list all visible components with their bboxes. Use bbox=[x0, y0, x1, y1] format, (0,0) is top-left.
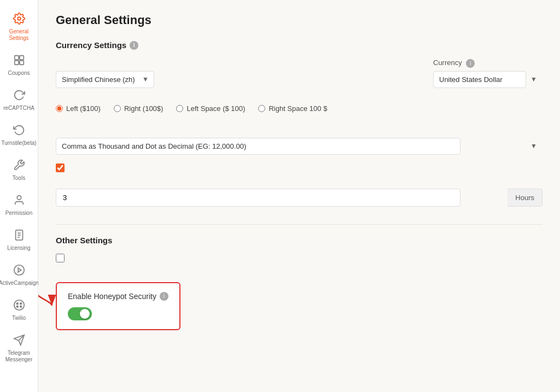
svg-marker-11 bbox=[18, 268, 21, 272]
currency-settings-title: Currency Settings i bbox=[56, 40, 542, 50]
separators-group: Comma as Thousand and Dot as Decimal (EG… bbox=[56, 134, 542, 155]
other-settings-section: Other Settings Enable Honeypot Security bbox=[56, 236, 542, 330]
svg-point-16 bbox=[20, 306, 21, 307]
currency-chevron-icon: ▼ bbox=[530, 75, 537, 83]
person-icon bbox=[11, 192, 27, 208]
separators-select[interactable]: Comma as Thousand and Dot as Decimal (EG… bbox=[56, 138, 460, 155]
wrench-icon bbox=[11, 157, 27, 173]
sign-position-right-space-text: Right Space 100 $ bbox=[269, 104, 327, 113]
sidebar-item-activecampaign-label: ActiveCampaign bbox=[0, 280, 39, 286]
sign-position-right-space-label[interactable]: Right Space 100 $ bbox=[258, 104, 327, 113]
svg-rect-2 bbox=[19, 56, 23, 60]
telegram-icon bbox=[11, 332, 27, 348]
sidebar-item-tools[interactable]: Tools bbox=[0, 152, 38, 187]
sign-position-left-label[interactable]: Left ($100) bbox=[56, 104, 101, 113]
honeypot-toggle-slider bbox=[68, 307, 92, 320]
currency-info-icon[interactable]: i bbox=[466, 59, 475, 68]
currency-settings-info-icon[interactable]: i bbox=[130, 41, 138, 50]
sidebar-item-licensing[interactable]: Licensing bbox=[0, 222, 38, 257]
sign-position-right-text: Right (100$) bbox=[124, 104, 164, 113]
honeypot-label-row: Enable Honeypot Security i bbox=[68, 292, 168, 301]
svg-point-13 bbox=[16, 303, 18, 305]
sidebar-item-general-settings-label: General Settings bbox=[3, 28, 35, 42]
svg-point-0 bbox=[18, 17, 21, 20]
abandoned-input[interactable] bbox=[56, 189, 460, 207]
sidebar-item-permission-label: Permission bbox=[5, 210, 32, 217]
svg-rect-3 bbox=[14, 61, 18, 65]
sidebar-item-coupons[interactable]: Coupons bbox=[0, 47, 38, 82]
disable-ip-row bbox=[56, 254, 542, 262]
sidebar-item-telegram[interactable]: Telegram Messenger bbox=[0, 327, 38, 368]
document-icon bbox=[11, 227, 27, 243]
gear-icon bbox=[11, 11, 27, 26]
sidebar-item-twilio-label: Twilio bbox=[12, 315, 26, 321]
currency-select[interactable]: United States Dollar bbox=[433, 71, 526, 88]
hide-decimal-row bbox=[56, 163, 542, 172]
play-circle-icon bbox=[11, 262, 27, 278]
svg-point-15 bbox=[16, 306, 18, 307]
svg-point-14 bbox=[20, 303, 21, 305]
currency-select-wrapper: United States Dollar ▼ bbox=[433, 71, 542, 88]
svg-rect-1 bbox=[14, 56, 18, 60]
honeypot-container: Enable Honeypot Security i bbox=[56, 276, 180, 330]
stripe-locale-select-wrapper: Simplified Chinese (zh) ▼ bbox=[56, 71, 154, 88]
sign-position-right-label[interactable]: Right (100$) bbox=[114, 104, 164, 113]
sidebar-item-coupons-label: Coupons bbox=[8, 70, 30, 77]
sidebar-item-permission[interactable]: Permission bbox=[0, 187, 38, 222]
red-arrow-annotation bbox=[38, 270, 60, 314]
locale-currency-row: Simplified Chinese (zh) ▼ Currency i Uni… bbox=[56, 58, 542, 88]
honeypot-toggle[interactable] bbox=[68, 307, 92, 320]
sign-position-left-text: Left ($100) bbox=[66, 104, 101, 113]
sign-position-right-radio[interactable] bbox=[114, 105, 121, 112]
svg-point-10 bbox=[14, 265, 24, 275]
sidebar-item-activecampaign[interactable]: ActiveCampaign bbox=[0, 257, 38, 292]
honeypot-label-text: Enable Honeypot Security bbox=[68, 292, 156, 301]
sidebar-item-turnstile[interactable]: Turnstile(beta) bbox=[0, 117, 38, 152]
main-content: General Settings Currency Settings i Sim… bbox=[38, 0, 560, 392]
stripe-locale-select[interactable]: Simplified Chinese (zh) bbox=[56, 71, 154, 88]
separators-select-wrapper: Comma as Thousand and Dot as Decimal (EG… bbox=[56, 138, 542, 155]
grid-icon bbox=[11, 297, 27, 313]
sign-position-left-space-label[interactable]: Left Space ($ 100) bbox=[176, 104, 245, 113]
disable-ip-checkbox[interactable] bbox=[56, 254, 65, 262]
currency-group: Currency i United States Dollar ▼ bbox=[433, 58, 542, 88]
undo-icon bbox=[11, 122, 27, 138]
abandoned-suffix: Hours bbox=[508, 189, 542, 207]
abandoned-group: Hours bbox=[56, 185, 542, 207]
currency-settings-section: Currency Settings i Simplified Chinese (… bbox=[56, 40, 542, 207]
sign-position-left-space-text: Left Space ($ 100) bbox=[186, 104, 245, 113]
svg-rect-4 bbox=[19, 61, 23, 65]
sidebar-item-general-settings[interactable]: General Settings bbox=[0, 5, 38, 47]
sign-position-left-space-radio[interactable] bbox=[176, 105, 183, 112]
sidebar-item-tools-label: Tools bbox=[13, 175, 25, 182]
other-settings-title: Other Settings bbox=[56, 236, 542, 245]
sidebar-item-telegram-label: Telegram Messenger bbox=[3, 350, 35, 363]
svg-point-5 bbox=[17, 196, 21, 200]
separators-chevron-icon: ▼ bbox=[530, 142, 537, 150]
sidebar-item-twilio[interactable]: Twilio bbox=[0, 292, 38, 327]
sign-position-radio-group: Left ($100) Right (100$) Left Space ($ 1… bbox=[56, 104, 542, 113]
sidebar-item-recaptcha[interactable]: reCAPTCHA bbox=[0, 82, 38, 117]
stripe-locale-group: Simplified Chinese (zh) ▼ bbox=[56, 68, 154, 88]
honeypot-box: Enable Honeypot Security i bbox=[56, 282, 180, 330]
honeypot-info-icon[interactable]: i bbox=[160, 292, 168, 301]
hide-decimal-checkbox[interactable] bbox=[56, 163, 65, 172]
sidebar-item-recaptcha-label: reCAPTCHA bbox=[3, 105, 34, 112]
sign-position-left-radio[interactable] bbox=[56, 105, 63, 112]
refresh-icon bbox=[11, 87, 27, 103]
page-title: General Settings bbox=[56, 13, 542, 27]
sidebar-item-turnstile-label: Turnstile(beta) bbox=[1, 140, 36, 147]
tag-icon bbox=[11, 52, 27, 68]
sign-position-group: Left ($100) Right (100$) Left Space ($ 1… bbox=[56, 101, 542, 124]
currency-label: Currency i bbox=[433, 58, 542, 68]
section-divider bbox=[56, 224, 542, 225]
sidebar-item-licensing-label: Licensing bbox=[7, 245, 30, 251]
sidebar: General Settings Coupons reCAPTCHA bbox=[0, 0, 38, 392]
abandoned-input-wrapper: Hours bbox=[56, 189, 542, 207]
svg-point-12 bbox=[14, 300, 24, 310]
sign-position-right-space-radio[interactable] bbox=[258, 105, 265, 112]
